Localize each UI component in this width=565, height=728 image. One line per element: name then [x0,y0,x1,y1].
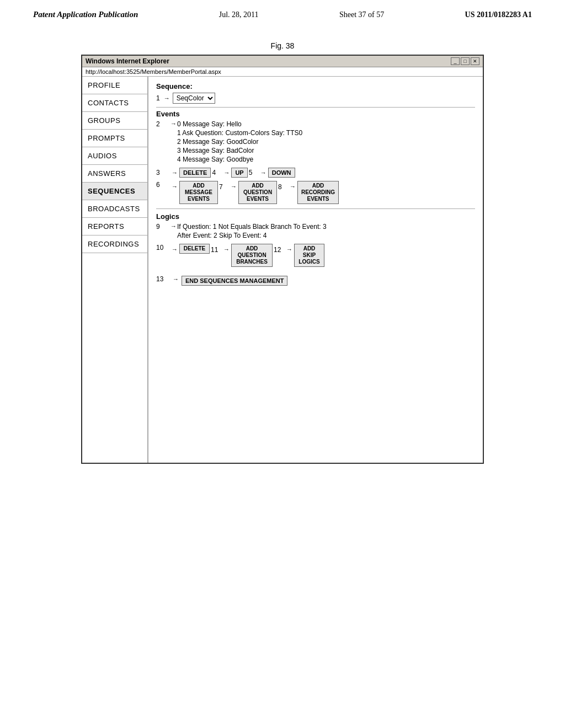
figure-label: Fig. 38 [0,41,565,50]
btn-row1-num1: 3 [156,169,170,176]
add-recording-events-button[interactable]: ADD RECORDING EVENTS [297,181,339,204]
add-skip-logics-label3: LOGICS [297,259,322,265]
btn-row1-num2: 4 [212,169,222,176]
delete-branches-logics-row: 10 → DELETE 11 → ADD QUESTION BRANCHES 1… [156,244,475,267]
add-question-branches-label: ADD [234,245,270,252]
arrow-icon-4: → [223,169,230,176]
delete-logic-label: DELETE [182,245,207,252]
add-question-events-label3: EVENTS [241,196,274,202]
add-question-events-label: ADD [241,183,274,189]
arrow-icon-11: → [223,246,230,253]
browser-window: Windows Internet Explorer _ □ ✕ http://l… [81,55,484,464]
event-line-2: 2 Message Say: GoodColor [177,138,302,146]
browser-body: PROFILE CONTACTS GROUPS PROMPTS AUDIOS A… [82,77,483,463]
add-question-events-label2: QUESTION [241,189,274,196]
arrow-icon-1: → [164,95,170,101]
sidebar-item-groups[interactable]: GROUPS [82,112,147,130]
sidebar-item-audios[interactable]: AUDIOS [82,147,147,165]
minimize-button[interactable]: _ [451,57,460,65]
sequence-number: 1 [156,94,160,102]
logic-num-9: 9 [156,223,170,231]
main-content: Sequence: 1 → SeqColor Events 2 → 0 Mess… [148,77,483,463]
add-question-branches-label3: BRANCHES [234,259,270,265]
btn-row1-num3: 5 [249,169,259,176]
sidebar-item-reports[interactable]: REPORTS [82,218,147,235]
add-events-row: 6 → ADD MESSAGE EVENTS 7 → ADD QUESTION … [156,181,475,204]
sequence-label: Sequence: [156,82,475,90]
down-button[interactable]: DOWN [268,168,295,178]
divider-1 [156,107,475,108]
event-line-1: 1 Ask Question: Custom-Colors Say: TTS0 [177,129,302,137]
browser-titlebar: Windows Internet Explorer _ □ ✕ [82,56,483,67]
add-recording-events-label: ADD [300,183,336,189]
up-button[interactable]: UP [231,168,247,178]
add-message-events-button[interactable]: ADD MESSAGE EVENTS [179,181,218,204]
browser-addressbar: http://localhost:3525/Members/MemberPort… [82,67,483,77]
publication-title: Patent Application Publication [33,10,138,19]
add-question-branches-button[interactable]: ADD QUESTION BRANCHES [231,244,273,267]
sheet-info: Sheet 37 of 57 [339,10,384,19]
sequence-dropdown[interactable]: SeqColor [173,93,215,104]
page-header: Patent Application Publication Jul. 28, … [0,0,565,25]
events-block: 2 → 0 Message Say: Hello 1 Ask Question:… [156,120,475,164]
arrow-icon-5: → [260,169,266,176]
browser-url[interactable]: http://localhost:3525/Members/MemberPort… [86,68,221,75]
close-button[interactable]: ✕ [471,57,479,65]
add-recording-events-label3: EVENTS [300,196,336,202]
arrow-icon-3: → [172,169,178,176]
add-recording-events-label2: RECORDING [300,189,336,196]
arrow-icon-10: → [172,246,178,253]
add-question-events-button[interactable]: ADD QUESTION EVENTS [238,181,277,204]
window-controls: _ □ ✕ [451,57,479,65]
logic-line-1: After Event: 2 Skip To Event: 4 [177,232,327,239]
event-line-3: 3 Message Say: BadColor [177,147,302,154]
add-skip-logics-button[interactable]: ADD SKIP LOGICS [294,244,324,267]
arrow-icon-9: → [170,223,177,229]
sidebar: PROFILE CONTACTS GROUPS PROMPTS AUDIOS A… [82,77,148,463]
delete-button[interactable]: DELETE [179,168,211,178]
add-message-events-label3: EVENTS [182,196,215,202]
add-skip-logics-label: ADD [297,245,322,252]
event-line-0: 0 Message Say: Hello [177,120,302,128]
event-line-4: 4 Message Say: Goodbye [177,156,302,163]
sidebar-item-sequences[interactable]: SEQUENCES [82,183,147,200]
logic-line-0: If Question: 1 Not Equals Black Branch T… [177,223,327,231]
publication-number: US 2011/0182283 A1 [465,10,532,19]
btn-row2-num1: 6 [156,181,170,189]
arrow-icon-12: → [286,246,292,253]
add-message-events-label2: MESSAGE [182,189,215,196]
arrow-icon-2: → [170,120,177,127]
sidebar-item-profile[interactable]: PROFILE [82,77,147,94]
end-seq-row: 13 → END SEQUENCES MANAGEMENT [156,272,475,286]
add-message-events-label: ADD [182,183,215,189]
publication-date: Jul. 28, 2011 [219,10,259,19]
btn-row2-num3: 8 [278,183,288,191]
browser-title: Windows Internet Explorer [86,57,169,65]
btn-row3-num3: 12 [274,246,285,254]
btn-row2-num2: 7 [219,183,229,191]
add-question-branches-label2: QUESTION [234,252,270,259]
sidebar-item-recordings[interactable]: RECORDINGS [82,235,147,253]
sidebar-item-prompts[interactable]: PROMPTS [82,130,147,147]
arrow-icon-8: → [290,183,296,190]
btn-row3-num2: 11 [211,246,222,254]
arrow-icon-6: → [172,183,178,190]
add-skip-logics-label2: SKIP [297,252,322,259]
delete-up-down-row: 3 → DELETE 4 → UP 5 → DOWN [156,168,475,178]
sidebar-item-broadcasts[interactable]: BROADCASTS [82,200,147,218]
events-label: Events [156,110,475,118]
sidebar-item-contacts[interactable]: CONTACTS [82,94,147,112]
end-seq-num: 13 [156,275,170,283]
maximize-button[interactable]: □ [461,57,470,65]
end-sequences-management-button[interactable]: END SEQUENCES MANAGEMENT [182,276,287,286]
logics-block: 9 → If Question: 1 Not Equals Black Bran… [156,223,475,240]
delete-logic-button[interactable]: DELETE [179,244,210,254]
sequence-row: 1 → SeqColor [156,93,475,104]
logics-label: Logics [156,212,475,221]
btn-row3-num1: 10 [156,244,170,251]
divider-2 [156,208,475,209]
arrow-icon-13: → [173,276,179,282]
sidebar-item-answers[interactable]: ANSWERS [82,165,147,183]
event-num-2: 2 [156,120,170,128]
arrow-icon-7: → [231,183,237,190]
